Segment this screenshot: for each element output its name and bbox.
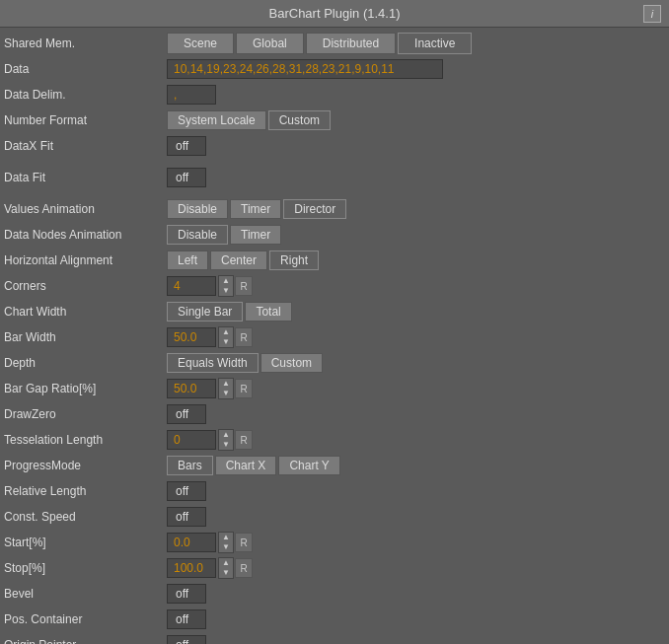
const-speed-value[interactable]: off — [167, 507, 206, 527]
bevel-value[interactable]: off — [167, 584, 206, 604]
data-controls: 10,14,19,23,24,26,28,31,28,23,21,9,10,11 — [167, 59, 665, 79]
tess-spinner-widget: ▲ ▼ — [218, 429, 234, 451]
tess-down[interactable]: ▼ — [219, 440, 233, 450]
corners-spinner: ▲ ▼ R — [218, 275, 253, 297]
relative-length-label: Relative Length — [4, 484, 167, 498]
bevel-label: Bevel — [4, 587, 167, 601]
chart-width-label: Chart Width — [4, 305, 167, 319]
const-speed-label: Const. Speed — [4, 510, 167, 524]
progress-mode-controls: Bars Chart X Chart Y — [167, 456, 665, 475]
bar-gap-up[interactable]: ▲ — [219, 379, 233, 389]
datax-fit-label: DataX Fit — [4, 139, 167, 153]
pos-container-controls: off — [167, 609, 665, 629]
stop-spinner: ▲ ▼ R — [218, 557, 253, 579]
tess-up[interactable]: ▲ — [219, 430, 233, 440]
tess-controls: 0 ▲ ▼ R — [167, 429, 665, 451]
pos-container-label: Pos. Container — [4, 612, 167, 626]
draw-zero-value[interactable]: off — [167, 404, 206, 424]
depth-controls: Equals Width Custom — [167, 353, 665, 373]
values-anim-director[interactable]: Director — [283, 199, 346, 219]
chart-width-single[interactable]: Single Bar — [167, 302, 243, 322]
origin-pointer-label: Origin Pointer — [4, 638, 167, 644]
horiz-align-right[interactable]: Right — [269, 250, 319, 270]
bar-width-spinner-widget: ▲ ▼ — [218, 326, 234, 348]
tess-label: Tesselation Length — [4, 433, 167, 447]
bar-width-spinner: ▲ ▼ R — [218, 326, 253, 348]
horiz-align-controls: Left Center Right — [167, 250, 665, 270]
shared-mem-scene[interactable]: Scene — [167, 33, 234, 54]
origin-pointer-value[interactable]: off — [167, 635, 206, 644]
origin-pointer-controls: off — [167, 635, 665, 644]
corners-up[interactable]: ▲ — [219, 276, 233, 286]
horiz-align-label: Horizontal Alignment — [4, 253, 167, 267]
shared-mem-label: Shared Mem. — [4, 36, 167, 50]
tess-spinner: ▲ ▼ R — [218, 429, 253, 451]
depth-label: Depth — [4, 356, 167, 370]
draw-zero-controls: off — [167, 404, 665, 424]
bar-width-reset[interactable]: R — [235, 327, 253, 347]
number-format-controls: System Locale Custom — [167, 110, 665, 130]
bar-gap-value[interactable]: 50.0 — [167, 379, 216, 398]
data-fit-controls: off — [167, 168, 665, 187]
data-label: Data — [4, 62, 167, 76]
bar-width-down[interactable]: ▼ — [219, 337, 233, 347]
shared-mem-global[interactable]: Global — [236, 33, 304, 54]
progress-chart-y[interactable]: Chart Y — [278, 456, 339, 475]
tess-value[interactable]: 0 — [167, 430, 216, 450]
relative-length-value[interactable]: off — [167, 481, 206, 501]
stop-reset[interactable]: R — [235, 558, 253, 578]
shared-mem-controls: Scene Global Distributed Inactive — [167, 33, 665, 54]
start-down[interactable]: ▼ — [219, 542, 233, 552]
data-nodes-anim-label: Data Nodes Animation — [4, 228, 167, 242]
info-icon[interactable]: i — [643, 5, 661, 23]
progress-chart-x[interactable]: Chart X — [215, 456, 277, 475]
stop-down[interactable]: ▼ — [219, 568, 233, 578]
values-anim-disable[interactable]: Disable — [167, 199, 228, 219]
horiz-align-left[interactable]: Left — [167, 250, 208, 270]
start-reset[interactable]: R — [235, 533, 253, 552]
horiz-align-center[interactable]: Center — [210, 250, 267, 270]
start-value[interactable]: 0.0 — [167, 533, 216, 552]
bar-width-controls: 50.0 ▲ ▼ R — [167, 326, 665, 348]
app-title: BarChart Plugin (1.4.1) — [269, 6, 401, 21]
stop-label: Stop[%] — [4, 561, 167, 575]
data-value[interactable]: 10,14,19,23,24,26,28,31,28,23,21,9,10,11 — [167, 59, 443, 79]
stop-spinner-widget: ▲ ▼ — [218, 557, 234, 579]
data-nodes-anim-timer[interactable]: Timer — [230, 225, 281, 245]
depth-custom[interactable]: Custom — [260, 353, 323, 373]
start-spinner: ▲ ▼ R — [218, 532, 253, 553]
number-format-custom[interactable]: Custom — [268, 110, 331, 130]
number-format-label: Number Format — [4, 113, 167, 127]
number-format-system[interactable]: System Locale — [167, 110, 266, 130]
corners-value[interactable]: 4 — [167, 276, 216, 296]
shared-mem-distributed[interactable]: Distributed — [306, 33, 396, 54]
data-delim-value[interactable]: , — [167, 85, 216, 105]
progress-bars[interactable]: Bars — [167, 456, 213, 475]
start-up[interactable]: ▲ — [219, 533, 233, 542]
data-nodes-anim-disable[interactable]: Disable — [167, 225, 228, 245]
bevel-controls: off — [167, 584, 665, 604]
const-speed-controls: off — [167, 507, 665, 527]
bar-width-value[interactable]: 50.0 — [167, 327, 216, 347]
values-animation-label: Values Animation — [4, 202, 167, 216]
values-anim-timer[interactable]: Timer — [230, 199, 281, 219]
shared-mem-inactive[interactable]: Inactive — [398, 33, 472, 54]
data-delim-label: Data Delim. — [4, 88, 167, 102]
relative-length-controls: off — [167, 481, 665, 501]
stop-value[interactable]: 100.0 — [167, 558, 216, 578]
corners-spinner-widget: ▲ ▼ — [218, 275, 234, 297]
stop-up[interactable]: ▲ — [219, 558, 233, 568]
bar-gap-reset[interactable]: R — [235, 379, 253, 398]
data-fit-value[interactable]: off — [167, 168, 206, 187]
data-delim-controls: , — [167, 85, 665, 105]
bar-gap-controls: 50.0 ▲ ▼ R — [167, 378, 665, 399]
datax-fit-value[interactable]: off — [167, 136, 206, 156]
bar-gap-down[interactable]: ▼ — [219, 389, 233, 398]
pos-container-value[interactable]: off — [167, 609, 206, 629]
tess-reset[interactable]: R — [235, 430, 253, 450]
corners-down[interactable]: ▼ — [219, 286, 233, 296]
depth-equals[interactable]: Equals Width — [167, 353, 259, 373]
corners-reset[interactable]: R — [235, 276, 253, 296]
chart-width-total[interactable]: Total — [245, 302, 291, 322]
bar-width-up[interactable]: ▲ — [219, 327, 233, 337]
